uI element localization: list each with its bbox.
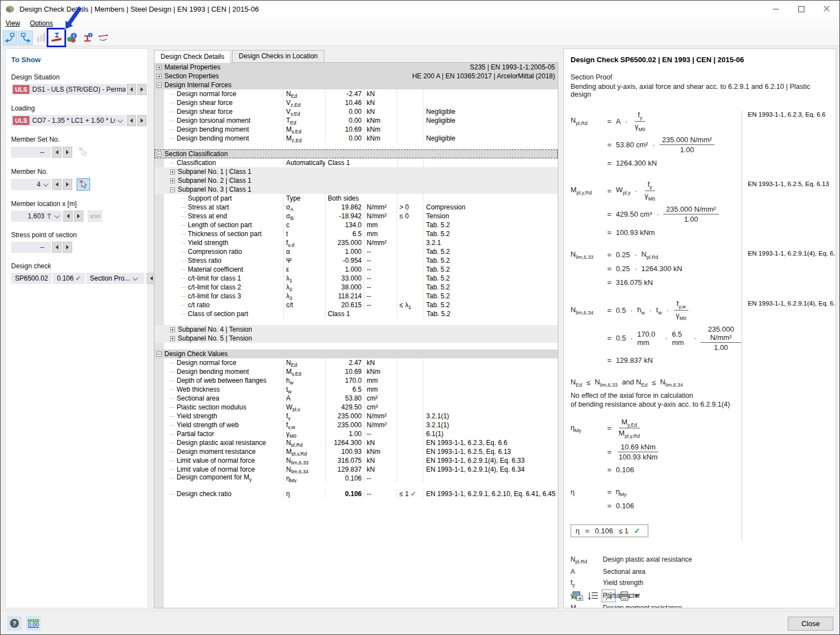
table-row[interactable]: Depth of web between flangeshw170.0mm <box>154 376 558 385</box>
expand-icon[interactable] <box>170 336 175 341</box>
table-row[interactable]: Design normal forceNEd-2.47kN <box>154 89 558 98</box>
stress-point-view-icon[interactable] <box>49 31 64 45</box>
jump-previous-icon[interactable] <box>3 31 17 45</box>
stress-point-field[interactable]: -- <box>11 242 51 253</box>
chevron-down-icon[interactable] <box>54 213 60 218</box>
jump-next-icon[interactable] <box>18 31 33 45</box>
expand-icon[interactable] <box>157 74 162 79</box>
table-row[interactable]: Stress ratioΨ-0.954--Tab. 5.2 <box>154 256 558 265</box>
table-row[interactable]: Design bending momentMy,Ed10.69kNm <box>154 367 558 376</box>
design-situation-field[interactable]: ULS DS1 - ULS (STR/GEO) - Permane... <box>11 84 126 95</box>
table-row[interactable]: Limit value of normal forceNlim,6.33316.… <box>154 456 558 465</box>
table-row[interactable]: c/t-limit for class 2λ238.000--Tab. 5.2 <box>154 283 558 292</box>
table-row[interactable]: c/t-limit for class 1λ133.000--Tab. 5.2 <box>154 274 558 283</box>
table-row[interactable]: c/t ratioc/t20.615--≤ λ1Tab. 5.2 <box>154 301 558 309</box>
chevron-down-icon[interactable] <box>43 181 49 187</box>
member-select-pointer-icon[interactable] <box>77 178 90 191</box>
collapse-icon[interactable] <box>157 152 162 157</box>
member-set-prev-button[interactable] <box>52 147 62 158</box>
table-row[interactable]: ClassificationAutomaticallyClass 1 <box>154 158 558 167</box>
table-section-row[interactable]: Section Classification <box>154 149 558 158</box>
close-icon[interactable] <box>814 1 839 17</box>
collapse-icon[interactable] <box>157 352 162 357</box>
member-set-field[interactable]: -- <box>11 147 51 158</box>
table-row[interactable]: Compression ratioα1.000--Tab. 5.2 <box>154 247 558 256</box>
table-section-row[interactable]: Subpanel No. 1 | Class 1 <box>154 167 558 176</box>
table-section-row[interactable]: Subpanel No. 5 | Tension <box>154 334 558 343</box>
tab-design-checks-in-location[interactable]: Design Checks in Location <box>232 50 324 62</box>
collapse-icon[interactable] <box>170 187 175 192</box>
table-row[interactable]: Stress at endσB-18.942N/mm²≤ 0Tension <box>154 212 558 221</box>
table-row[interactable]: Plastic section modulusWpl,y429.50cm³ <box>154 403 558 412</box>
expand-icon[interactable] <box>170 169 175 174</box>
table-row[interactable]: Design plastic axial resistanceNpl,Rd126… <box>154 438 558 447</box>
collapse-icon[interactable] <box>157 83 162 88</box>
export-image-icon[interactable] <box>571 589 584 602</box>
member-location-next-button[interactable] <box>74 211 83 222</box>
expand-list-icon[interactable] <box>586 589 600 602</box>
loading-field[interactable]: ULS CO7 - 1.35 * LC1 + 1.50 * LC3... <box>11 115 126 126</box>
table-section-row[interactable]: Design Internal Forces <box>154 81 558 89</box>
member-set-next-button[interactable] <box>63 147 72 158</box>
table-section-row[interactable]: Design Check Values <box>154 349 558 358</box>
table-row[interactable]: Design shear forceVz,Ed10.46kN <box>154 98 558 107</box>
units-settings-icon[interactable]: 0,00 <box>26 616 41 631</box>
table-row[interactable]: Design torsional momentTEd0.00kNmNegligi… <box>154 116 558 125</box>
table-row[interactable]: Web thicknesstw6.5mm <box>154 385 558 394</box>
table-row[interactable]: Yield strengthfy235.000N/mm²3.2.1(1) <box>154 412 558 421</box>
print-icon[interactable] <box>617 589 631 602</box>
maximize-icon[interactable] <box>788 1 814 17</box>
table-row[interactable]: Design shear forceVy,Ed0.00kNNegligible <box>154 107 558 116</box>
result-values-info-icon[interactable] <box>65 31 79 45</box>
table-row[interactable]: Yield strength of webfy,w235.000N/mm²3.2… <box>154 421 558 429</box>
member-field[interactable]: 4 <box>11 179 51 190</box>
table-row[interactable]: Yield strengthfy,d235.000N/mm²3.2.1 <box>154 238 558 247</box>
table-row[interactable]: Partial factorγM01.00--6.1(1) <box>154 429 558 438</box>
chevron-down-icon[interactable] <box>118 117 123 123</box>
member-location-field[interactable]: 1.603 <box>11 211 62 222</box>
loading-prev-button[interactable] <box>127 115 136 126</box>
table-row[interactable]: Design check ratioη0.106--≤ 1 ✓EN 1993-1… <box>154 489 558 498</box>
help-icon[interactable]: ? <box>7 616 22 631</box>
table-row[interactable]: c/t-limit for class 3λ3118.214--Tab. 5.2 <box>154 292 558 301</box>
expand-icon[interactable] <box>170 327 175 332</box>
table-row[interactable]: Design moment resistanceMpl,y,Rd100.93kN… <box>154 447 558 456</box>
stress-point-next-button[interactable] <box>63 242 72 253</box>
table-section-row[interactable]: Material PropertiesS235 | EN 1993-1-1:20… <box>154 63 558 72</box>
table-row[interactable]: Design bending momentMy,Ed10.69kNm <box>154 125 558 134</box>
stress-point-prev-button[interactable] <box>52 242 62 253</box>
table-row[interactable]: Design normal forceNEd2.47kN <box>154 358 558 367</box>
menu-view[interactable]: View <box>1 19 25 27</box>
table-row[interactable]: Stress at startσA19.862N/mm²> 0Compressi… <box>154 203 558 212</box>
design-check-type[interactable]: Section Pro... <box>86 273 144 284</box>
member-diagram-icon[interactable] <box>96 31 111 45</box>
table-section-row[interactable]: Subpanel No. 2 | Class 1 <box>154 176 558 185</box>
table-row[interactable]: Thickness of section partt6.5mmTab. 5.2 <box>154 229 558 238</box>
table-row[interactable]: Class of section partClass 1Tab. 5.2 <box>154 309 558 318</box>
table-row[interactable]: Length of section partc134.0mmTab. 5.2 <box>154 221 558 229</box>
expand-icon[interactable] <box>157 65 162 70</box>
design-situation-next-button[interactable] <box>137 84 147 95</box>
print-dropdown-icon[interactable] <box>634 594 639 599</box>
table-section-row[interactable]: Section PropertiesHE 200 A | EN 10365:20… <box>154 72 558 81</box>
table-row[interactable]: Design bending momentMz,Ed0.00kNmNegligi… <box>154 134 558 143</box>
menu-options[interactable]: Options <box>25 19 58 27</box>
minimize-icon[interactable] <box>763 1 788 17</box>
close-dialog-button[interactable]: Close <box>788 617 833 631</box>
loading-next-button[interactable] <box>137 115 147 126</box>
section-info-icon[interactable] <box>81 31 95 45</box>
chevron-down-icon[interactable] <box>132 275 138 281</box>
table-row[interactable]: Support of partTypeBoth sides <box>154 194 558 203</box>
tab-design-check-details[interactable]: Design Check Details <box>154 50 231 63</box>
show-values-icon[interactable]: x=7 y=4 <box>602 589 616 602</box>
table-row[interactable]: Design component for MyηMy0.106-- <box>154 474 558 483</box>
table-row[interactable]: Limit value of normal forceNlim,6.34129.… <box>154 465 558 474</box>
table-section-row[interactable]: Subpanel No. 3 | Class 1 <box>154 185 558 194</box>
expand-icon[interactable] <box>170 178 175 183</box>
table-row[interactable]: Sectional areaA53.80cm² <box>154 394 558 403</box>
member-location-prev-button[interactable] <box>63 211 73 222</box>
table-row[interactable]: Material coefficientε1.000--Tab. 5.2 <box>154 265 558 274</box>
member-next-button[interactable] <box>63 179 72 190</box>
design-situation-prev-button[interactable] <box>127 84 136 95</box>
member-prev-button[interactable] <box>52 179 62 190</box>
